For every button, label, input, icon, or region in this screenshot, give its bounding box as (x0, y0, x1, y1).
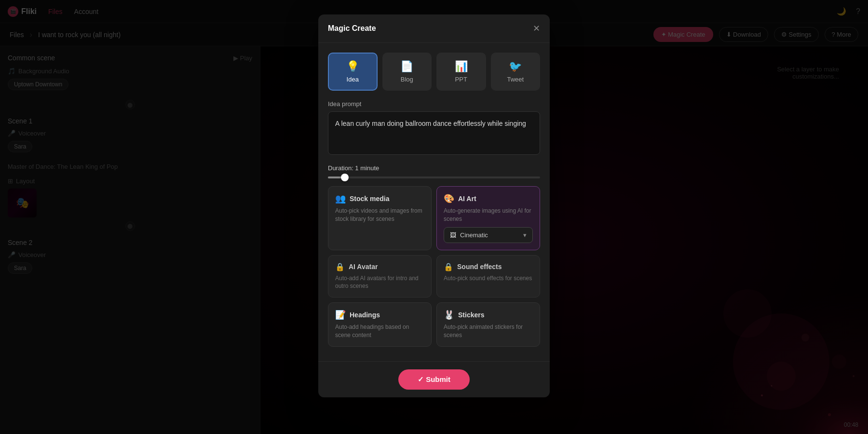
modal-title: Magic Create (328, 24, 376, 33)
type-tabs: 💡 Idea 📄 Blog 📊 PPT 🐦 Tweet (328, 53, 540, 91)
headings-card[interactable]: 📝 Headings Auto-add headings based on sc… (328, 302, 432, 347)
duration-label: Duration: 1 minute (328, 164, 540, 172)
ai-art-title: AI Art (458, 195, 476, 203)
ai-avatar-desc: Auto-add AI avatars for intro and outro … (335, 274, 424, 291)
tab-idea[interactable]: 💡 Idea (328, 53, 378, 91)
ai-art-card[interactable]: 🎨 AI Art Auto-generate images using AI f… (436, 186, 540, 250)
headings-header: 📝 Headings (335, 310, 424, 320)
stock-media-icon: 👥 (335, 193, 346, 204)
ai-art-icon: 🎨 (444, 193, 454, 204)
modal-footer: ✓ Submit (318, 361, 550, 397)
headings-desc: Auto-add headings based on scene content (335, 323, 424, 339)
stickers-icon: 🐰 (444, 310, 454, 320)
ai-avatar-lock-icon: 🔒 (335, 262, 345, 271)
ppt-tab-label: PPT (455, 76, 467, 83)
submit-button[interactable]: ✓ Submit (398, 369, 470, 390)
style-dropdown-arrow: ▾ (523, 231, 527, 239)
tweet-tab-icon: 🐦 (509, 60, 522, 73)
idea-tab-icon: 💡 (346, 60, 359, 73)
stock-media-card[interactable]: 👥 Stock media Auto-pick videos and image… (328, 186, 432, 250)
ppt-tab-icon: 📊 (455, 60, 468, 73)
style-dropdown-label: Cinematic (460, 231, 488, 239)
tab-ppt[interactable]: 📊 PPT (436, 53, 486, 91)
stickers-card[interactable]: 🐰 Stickers Auto-pick animated stickers f… (436, 302, 540, 347)
modal-header: Magic Create ✕ (318, 14, 550, 43)
modal-overlay: Magic Create ✕ 💡 Idea 📄 Blog 📊 PPT (0, 0, 868, 434)
magic-create-modal: Magic Create ✕ 💡 Idea 📄 Blog 📊 PPT (318, 14, 550, 397)
tweet-tab-label: Tweet (507, 76, 524, 83)
duration-slider[interactable] (328, 176, 540, 178)
stock-media-header: 👥 Stock media (335, 193, 424, 204)
blog-tab-label: Blog (401, 76, 413, 83)
modal-close-button[interactable]: ✕ (533, 23, 540, 34)
blog-tab-icon: 📄 (400, 60, 413, 73)
idea-tab-label: Idea (347, 76, 359, 83)
sound-effects-lock-icon: 🔒 (444, 262, 453, 271)
ai-avatar-header: 🔒 AI Avatar (335, 262, 424, 271)
slider-track (328, 176, 540, 178)
stock-media-title: Stock media (350, 195, 389, 203)
tab-blog[interactable]: 📄 Blog (382, 53, 432, 91)
slider-thumb[interactable] (341, 174, 349, 181)
sound-effects-card[interactable]: 🔒 Sound effects Auto-pick sound effects … (436, 255, 540, 298)
sound-effects-desc: Auto-pick sound effects for scenes (444, 274, 533, 283)
sound-effects-header: 🔒 Sound effects (444, 262, 533, 271)
idea-prompt-textarea[interactable]: A lean curly man doing ballroom dance ef… (328, 111, 540, 155)
headings-title: Headings (350, 311, 380, 319)
idea-prompt-label: Idea prompt (328, 100, 540, 108)
style-dropdown[interactable]: 🖼 Cinematic ▾ (444, 227, 533, 243)
ai-art-desc: Auto-generate images using AI for scenes (444, 207, 533, 223)
stickers-title: Stickers (458, 311, 484, 319)
sound-effects-title: Sound effects (457, 263, 502, 271)
headings-icon: 📝 (335, 310, 346, 320)
tab-tweet[interactable]: 🐦 Tweet (491, 53, 541, 91)
modal-body: 💡 Idea 📄 Blog 📊 PPT 🐦 Tweet Idea prompt (318, 43, 550, 361)
ai-avatar-title: AI Avatar (349, 263, 378, 271)
stickers-desc: Auto-pick animated stickers for scenes (444, 323, 533, 339)
stock-media-desc: Auto-pick videos and images from stock l… (335, 207, 424, 223)
stickers-header: 🐰 Stickers (444, 310, 533, 320)
features-grid: 👥 Stock media Auto-pick videos and image… (328, 186, 540, 347)
ai-avatar-card[interactable]: 🔒 AI Avatar Auto-add AI avatars for intr… (328, 255, 432, 298)
ai-art-header: 🎨 AI Art (444, 193, 533, 204)
style-dropdown-icon: 🖼 (450, 231, 456, 239)
